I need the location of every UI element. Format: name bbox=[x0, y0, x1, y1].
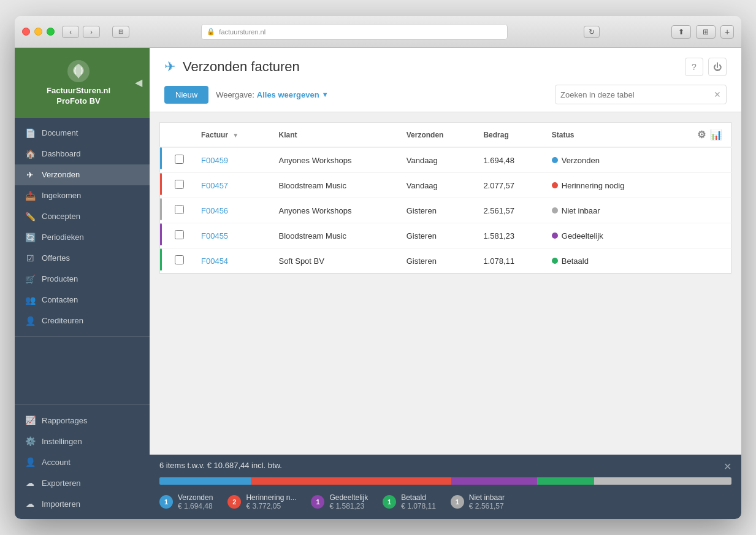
titlebar: ‹ › ⊟ 🔒 factuursturen.nl ↻ ⬆ ⊞ + bbox=[15, 16, 741, 48]
th-factuur[interactable]: Factuur ▼ bbox=[193, 123, 270, 148]
th-klant-label: Klant bbox=[278, 131, 297, 139]
sidebar-item-document[interactable]: 📄 Document bbox=[15, 123, 150, 144]
sidebar-item-label: Exporteren bbox=[42, 479, 81, 488]
url-bar[interactable]: 🔒 factuursturen.nl bbox=[201, 24, 508, 40]
invoice-link[interactable]: F00454 bbox=[201, 256, 228, 266]
sidebar-item-label: Rapportages bbox=[42, 416, 87, 425]
close-button[interactable] bbox=[22, 28, 30, 36]
sidebar-collapse-button[interactable]: ◀ bbox=[135, 77, 142, 88]
search-input[interactable] bbox=[560, 90, 714, 99]
back-button[interactable]: ‹ bbox=[62, 26, 79, 38]
invoice-link[interactable]: F00455 bbox=[201, 231, 228, 241]
invoice-link[interactable]: F00456 bbox=[201, 206, 228, 215]
table-settings-icon[interactable]: ⚙ bbox=[697, 129, 706, 140]
sidebar-item-producten[interactable]: 🛒 Producten bbox=[15, 269, 150, 290]
legend-amount: € 1.078,11 bbox=[401, 502, 436, 510]
row-checkbox[interactable] bbox=[175, 255, 184, 264]
status-dot bbox=[552, 157, 558, 163]
sidebar-item-exporteren[interactable]: ☁ Exporteren bbox=[15, 472, 150, 493]
row-checkbox[interactable] bbox=[175, 205, 184, 214]
row-checkbox[interactable] bbox=[175, 180, 184, 189]
th-verzonden[interactable]: Verzonden bbox=[398, 123, 475, 148]
concepten-icon: ✏️ bbox=[25, 212, 36, 221]
fullscreen-button[interactable] bbox=[47, 28, 55, 36]
power-button[interactable]: ⏻ bbox=[708, 58, 727, 76]
th-bedrag[interactable]: Bedrag bbox=[475, 123, 543, 148]
status-dot bbox=[552, 182, 558, 188]
bottom-bar: 6 items t.w.v. € 10.687,44 incl. btw. ✕ … bbox=[150, 455, 741, 519]
window-toggle-button[interactable]: ⊟ bbox=[112, 26, 129, 38]
th-klant[interactable]: Klant bbox=[270, 123, 397, 148]
new-invoice-button[interactable]: Nieuw bbox=[164, 86, 208, 104]
view-selector[interactable]: Weergave: Alles weergeven ▼ bbox=[216, 90, 328, 99]
invoice-link[interactable]: F00457 bbox=[201, 181, 228, 190]
status-label: Niet inbaar bbox=[562, 206, 600, 215]
invoice-link[interactable]: F00459 bbox=[201, 156, 228, 165]
periodieken-icon: 🔄 bbox=[25, 233, 36, 242]
sidebar-item-rapportages[interactable]: 📈 Rapportages bbox=[15, 410, 150, 431]
sidebar-logo: FactuurSturen.nl ProFoto BV bbox=[22, 59, 135, 107]
legend-amount: € 3.772,05 bbox=[246, 502, 296, 510]
row-checkbox[interactable] bbox=[175, 155, 184, 164]
sidebar-item-label: Verzonden bbox=[42, 170, 80, 179]
sidebar-item-importeren[interactable]: ☁ Importeren bbox=[15, 493, 150, 514]
minimize-button[interactable] bbox=[34, 28, 42, 36]
row-verzonden: Gisteren bbox=[398, 223, 475, 248]
row-extra bbox=[671, 248, 731, 274]
forward-button[interactable]: › bbox=[83, 26, 100, 38]
help-button[interactable]: ? bbox=[685, 58, 703, 76]
sidebar-item-crediteuren[interactable]: 👤 Crediteuren bbox=[15, 310, 150, 331]
legend-badge: 1 bbox=[383, 495, 396, 509]
sidebar-item-label: Document bbox=[42, 128, 78, 137]
status-dot bbox=[552, 233, 558, 239]
sidebar-item-dashboard[interactable]: 🏠 Dashboard bbox=[15, 144, 150, 164]
legend-amount: € 1.694,48 bbox=[178, 502, 213, 510]
page-title: Verzonden facturen bbox=[183, 59, 300, 75]
sidebar-item-contacten[interactable]: 👥 Contacten bbox=[15, 290, 150, 310]
legend-item: 1 Betaald € 1.078,11 bbox=[383, 493, 436, 510]
search-clear-button[interactable]: ✕ bbox=[714, 90, 721, 99]
sidebar-item-ingekomen[interactable]: 📥 Ingekomen bbox=[15, 185, 150, 206]
tabs-button[interactable]: ⊞ bbox=[696, 25, 716, 39]
main-content: ✈ Verzonden facturen ? ⏻ Nieuw Weergave:… bbox=[150, 48, 741, 519]
th-bedrag-label: Bedrag bbox=[483, 131, 508, 139]
document-icon: 📄 bbox=[25, 128, 36, 138]
verzonden-icon: ✈ bbox=[25, 170, 36, 180]
sidebar-item-concepten[interactable]: ✏️ Concepten bbox=[15, 206, 150, 227]
status-label: Gedeeltelijk bbox=[562, 231, 603, 241]
legend-amount: € 1.581,23 bbox=[329, 502, 368, 510]
sidebar-item-label: Periodieken bbox=[42, 233, 84, 242]
row-factuur: F00457 bbox=[193, 173, 270, 198]
row-verzonden: Vandaag bbox=[398, 173, 475, 198]
refresh-button[interactable]: ↻ bbox=[584, 26, 600, 38]
crediteuren-icon: 👤 bbox=[25, 316, 36, 326]
progress-segment bbox=[251, 477, 451, 485]
main-header: ✈ Verzonden facturen ? ⏻ Nieuw Weergave:… bbox=[150, 48, 741, 112]
table-chart-icon[interactable]: 📊 bbox=[710, 129, 722, 140]
sidebar-item-verzonden[interactable]: ✈ Verzonden bbox=[15, 164, 150, 185]
legend-badge: 1 bbox=[451, 495, 464, 509]
exporteren-icon: ☁ bbox=[25, 478, 36, 488]
th-status-label: Status bbox=[552, 131, 575, 139]
share-button[interactable]: ⬆ bbox=[671, 25, 691, 39]
new-tab-button[interactable]: + bbox=[720, 25, 734, 39]
sidebar-item-offertes[interactable]: ☑ Offertes bbox=[15, 248, 150, 269]
row-factuur: F00454 bbox=[193, 248, 270, 274]
progress-segment bbox=[594, 477, 731, 485]
close-bottom-button[interactable]: ✕ bbox=[724, 461, 731, 472]
row-extra bbox=[671, 223, 731, 248]
view-value: Alles weergeven bbox=[257, 90, 319, 99]
sidebar-item-instellingen[interactable]: ⚙️ Instellingen bbox=[15, 431, 150, 452]
sidebar-item-account[interactable]: 👤 Account bbox=[15, 452, 150, 472]
summary-text: 6 items t.w.v. € 10.687,44 incl. btw. bbox=[159, 461, 282, 472]
legend-label: Betaald bbox=[401, 493, 436, 502]
row-klant: Soft Spot BV bbox=[270, 248, 397, 274]
traffic-lights bbox=[22, 28, 55, 36]
producten-icon: 🛒 bbox=[25, 274, 36, 284]
row-checkbox-cell bbox=[160, 248, 193, 274]
table-row: F00454 Soft Spot BV Gisteren 1.078,11 Be… bbox=[160, 248, 731, 274]
th-status[interactable]: Status bbox=[543, 123, 671, 148]
row-checkbox[interactable] bbox=[175, 230, 184, 239]
sidebar-item-periodieken[interactable]: 🔄 Periodieken bbox=[15, 227, 150, 248]
row-klant: Bloodstream Music bbox=[270, 223, 397, 248]
